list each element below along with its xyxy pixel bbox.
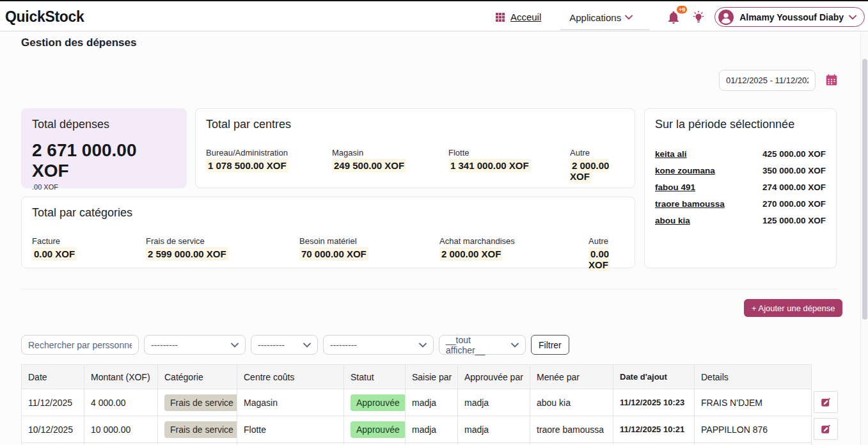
total-expenses-title: Total dépenses — [32, 118, 176, 131]
chevron-down-icon — [511, 343, 519, 348]
person-link[interactable]: keita ali — [655, 149, 687, 159]
filter-button[interactable]: Filtrer — [531, 335, 569, 355]
search-input[interactable] — [21, 335, 139, 355]
period-row: traore bamoussa 270 000.00 XOF — [655, 195, 826, 212]
cell-added-at: 11/12/2025 10:23 — [613, 389, 695, 416]
expenses-table: Date Montant (XOF) Catégorie Centre coût… — [21, 364, 811, 445]
table-row: 10/12/2025 10 000.00 Frais de service Fl… — [22, 416, 812, 443]
centre-item: Magasin 249 500.00 XOF — [332, 148, 448, 182]
cell-details: PAPPILLON 876 — [695, 416, 812, 443]
person-amount: 270 000.00 XOF — [762, 199, 826, 209]
cell-led-by: abou kia — [530, 389, 613, 416]
edit-expense-button[interactable] — [814, 418, 838, 440]
centre-amount: 1 341 000.00 XOF — [448, 159, 531, 172]
person-link[interactable]: fabou 491 — [655, 182, 695, 192]
user-menu[interactable]: Almamy Youssouf Diaby — [714, 7, 865, 27]
col-amount: Montant (XOF) — [84, 365, 158, 389]
nav-applications-menu[interactable]: Applications — [560, 4, 649, 30]
calendar-button[interactable] — [825, 73, 839, 87]
centre-label: Flotte — [448, 148, 570, 158]
section-divider — [21, 289, 838, 289]
cell-centre: Flotte — [237, 416, 344, 443]
person-amount: 425 000.00 XOF — [762, 149, 826, 159]
centre-amount: 249 500.00 XOF — [332, 159, 406, 172]
period-row: fabou 491 274 000.00 XOF — [655, 179, 826, 195]
lightbulb-icon — [691, 10, 706, 25]
period-row: kone zoumana 350 000.00 XOF — [655, 162, 826, 179]
category-amount: 70 000.00 XOF — [299, 247, 368, 261]
filter-select-show-all[interactable]: __tout afficher__ — [439, 335, 526, 355]
cell-added-at: 11/12/2025 10:21 — [613, 416, 695, 443]
category-item: Frais de service 2 599 000.00 XOF — [146, 236, 299, 270]
apps-grid-icon[interactable] — [496, 13, 505, 22]
centre-label: Bureau/Administration — [206, 148, 332, 158]
col-details: Details — [695, 365, 812, 389]
totals-by-centre-card: Total par centres Bureau/Administration … — [195, 108, 635, 188]
page-title: Gestion des dépenses — [21, 36, 136, 49]
cell-entered-by: madja — [406, 389, 458, 416]
category-item: Achat marchandises 2 000.00 XOF — [439, 236, 588, 270]
filter-select-1[interactable]: --------- — [144, 335, 246, 355]
filters-bar: --------- --------- --------- __tout aff… — [21, 335, 569, 355]
scrollbar-thumb[interactable] — [862, 59, 867, 320]
cell-date: 11/12/2025 — [22, 389, 84, 416]
person-amount: 274 000.00 XOF — [762, 182, 826, 192]
centre-label: Magasin — [332, 148, 448, 158]
person-link[interactable]: traore bamoussa — [655, 199, 725, 209]
person-link[interactable]: abou kia — [655, 216, 690, 225]
period-card-title: Sur la période sélectionnée — [655, 118, 826, 131]
categories-card-title: Total par catégories — [32, 206, 624, 220]
status-badge: Approuvée — [351, 421, 406, 438]
centre-label: Autre — [570, 148, 624, 158]
category-item: Facture 0.00 XOF — [32, 236, 146, 270]
category-amount: 2 599 000.00 XOF — [146, 247, 228, 261]
category-label: Facture — [32, 236, 146, 246]
top-navigation: Acceuil Applications +9 — [496, 3, 865, 31]
chevron-down-icon — [419, 343, 427, 348]
notification-count-badge: +9 — [677, 6, 687, 13]
cell-approved-by: madja — [458, 389, 530, 416]
centre-item: Autre 2 000.00 XOF — [570, 148, 624, 182]
centre-item: Bureau/Administration 1 078 500.00 XOF — [206, 148, 332, 182]
edit-icon — [820, 423, 832, 435]
category-label: Autre — [588, 236, 624, 246]
col-date: Date — [22, 365, 84, 389]
col-entered-by: Saisie par — [406, 365, 458, 389]
date-range-input[interactable] — [719, 70, 816, 91]
cell-entered-by: madja — [406, 416, 458, 443]
person-amount: 350 000.00 XOF — [762, 166, 826, 175]
category-badge: Frais de service — [164, 394, 237, 411]
category-amount: 2 000.00 XOF — [439, 247, 503, 261]
notifications-button[interactable]: +9 — [666, 10, 681, 25]
cell-date: 10/12/2025 — [22, 416, 84, 443]
applications-label: Applications — [569, 12, 621, 23]
total-expenses-secondary: .00 XOF — [32, 183, 176, 191]
total-expenses-amount: 2 671 000.00 XOF — [32, 140, 176, 181]
category-badge: Frais de service — [164, 421, 237, 438]
tips-button[interactable] — [691, 10, 706, 25]
category-amount: 0.00 XOF — [32, 247, 77, 261]
cell-led-by: traore bamoussa — [530, 416, 613, 443]
page-scrollbar[interactable] — [860, 31, 868, 445]
add-expense-button[interactable]: + Ajouter une dépense — [744, 299, 842, 317]
cell-amount: 10 000.00 — [84, 416, 158, 443]
centre-item: Flotte 1 341 000.00 XOF — [448, 148, 570, 182]
edit-expense-button[interactable] — [814, 391, 838, 413]
person-amount: 125 000.00 XOF — [762, 216, 826, 225]
person-link[interactable]: kone zoumana — [655, 166, 715, 175]
edit-icon — [820, 396, 832, 408]
cell-details: FRAIS N'DJEM — [695, 389, 812, 416]
nav-home-link[interactable]: Acceuil — [510, 12, 541, 22]
avatar-icon — [718, 9, 734, 26]
chevron-down-icon — [303, 343, 311, 348]
filter-select-3[interactable]: --------- — [323, 335, 434, 355]
period-row: abou kia 125 000.00 XOF — [655, 212, 826, 229]
cell-approved-by: madja — [458, 416, 530, 443]
select-value: --------- — [258, 340, 285, 350]
col-added-at: Date d'ajout — [613, 365, 695, 389]
table-row-partial — [22, 443, 812, 445]
select-value: --------- — [151, 340, 178, 350]
filter-select-2[interactable]: --------- — [251, 335, 318, 355]
chevron-down-icon — [231, 343, 239, 348]
table-header-row: Date Montant (XOF) Catégorie Centre coût… — [22, 365, 812, 389]
